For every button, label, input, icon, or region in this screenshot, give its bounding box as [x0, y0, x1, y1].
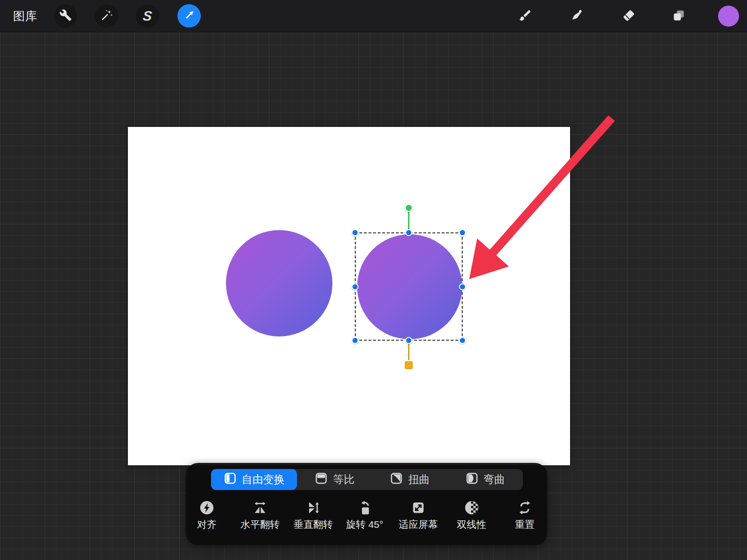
fit-to-screen-button[interactable]: 适应屏幕 — [399, 497, 438, 531]
uniform-mode-icon — [315, 472, 328, 488]
handle-top-center[interactable] — [405, 229, 412, 236]
handle-bottom-center[interactable] — [405, 337, 412, 344]
rotate-45-button[interactable]: 旋转 45° — [346, 497, 383, 531]
brush-button[interactable] — [515, 7, 536, 25]
transform-bounding-box[interactable] — [355, 232, 463, 341]
smudge-finger-icon — [570, 8, 584, 24]
mode-distort-button[interactable]: 扭曲 — [372, 469, 447, 490]
transform-actions-row: 对齐 水平翻转 — [186, 497, 547, 542]
handle-top-left[interactable] — [352, 229, 359, 236]
action-label: 双线性 — [457, 518, 486, 531]
flip-vertical-icon — [304, 497, 322, 516]
action-label: 重置 — [515, 518, 535, 531]
freeform-mode-icon — [224, 472, 237, 488]
handle-bottom-left[interactable] — [352, 337, 359, 344]
action-label: 对齐 — [197, 518, 217, 531]
transform-button[interactable] — [177, 4, 201, 28]
transform-mode-segmented-control: 自由变换 等比 扭曲 — [211, 469, 523, 490]
flip-vertical-button[interactable]: 垂直翻转 — [294, 497, 333, 531]
mode-label: 弯曲 — [484, 472, 505, 487]
layers-icon — [672, 8, 686, 24]
top-toolbar: 图库 S — [0, 0, 747, 32]
selection-button[interactable]: S — [136, 4, 159, 28]
handle-top-right[interactable] — [459, 229, 466, 236]
gallery-button[interactable]: 图库 — [13, 0, 37, 32]
flip-horizontal-icon — [251, 497, 269, 516]
eraser-button[interactable] — [619, 7, 639, 25]
transform-options-panel: 自由变换 等比 扭曲 — [186, 463, 547, 545]
smudge-button[interactable] — [567, 7, 587, 25]
action-label: 水平翻转 — [240, 518, 280, 531]
rotation-handle[interactable] — [405, 204, 413, 212]
mode-label: 等比 — [333, 472, 354, 487]
color-swatch-button[interactable] — [718, 6, 739, 27]
handle-middle-right[interactable] — [459, 283, 466, 290]
bilinear-dither-icon — [463, 497, 480, 516]
actions-button[interactable] — [54, 4, 77, 28]
interpolation-bilinear-button[interactable]: 双线性 — [457, 497, 486, 531]
flip-horizontal-button[interactable]: 水平翻转 — [240, 497, 280, 531]
mode-freeform-button[interactable]: 自由变换 — [211, 469, 297, 490]
fit-to-screen-icon — [410, 497, 427, 516]
selection-s-icon: S — [142, 9, 153, 23]
reset-cycle-icon — [517, 497, 533, 516]
rotate-45-icon — [356, 497, 373, 516]
snapping-button[interactable]: 对齐 — [197, 497, 217, 531]
magic-wand-icon — [100, 9, 113, 23]
canvas[interactable] — [128, 127, 570, 465]
rotation-handle-line — [408, 211, 409, 231]
mode-uniform-button[interactable]: 等比 — [297, 469, 372, 490]
handle-middle-left[interactable] — [352, 283, 359, 290]
procreate-screen: 图库 S — [0, 0, 747, 560]
warp-mode-icon — [465, 472, 479, 488]
skew-handle-line — [408, 343, 409, 360]
reset-button[interactable]: 重置 — [515, 497, 535, 531]
brush-icon — [518, 8, 532, 24]
transform-arrow-icon — [183, 9, 195, 23]
adjustments-button[interactable] — [95, 4, 118, 28]
handle-bottom-right[interactable] — [459, 337, 466, 344]
mode-warp-button[interactable]: 弯曲 — [448, 469, 523, 490]
distort-mode-icon — [390, 472, 403, 488]
action-label: 旋转 45° — [346, 518, 383, 531]
layers-button[interactable] — [669, 7, 689, 25]
action-label: 适应屏幕 — [399, 518, 438, 531]
eraser-icon — [622, 8, 636, 24]
gradient-circle-left[interactable] — [226, 230, 332, 336]
mode-label: 扭曲 — [408, 472, 430, 487]
snapping-lightning-icon — [198, 497, 215, 516]
skew-handle[interactable] — [405, 361, 413, 369]
wrench-icon — [59, 9, 72, 23]
action-label: 垂直翻转 — [294, 518, 333, 531]
mode-label: 自由变换 — [242, 472, 285, 487]
